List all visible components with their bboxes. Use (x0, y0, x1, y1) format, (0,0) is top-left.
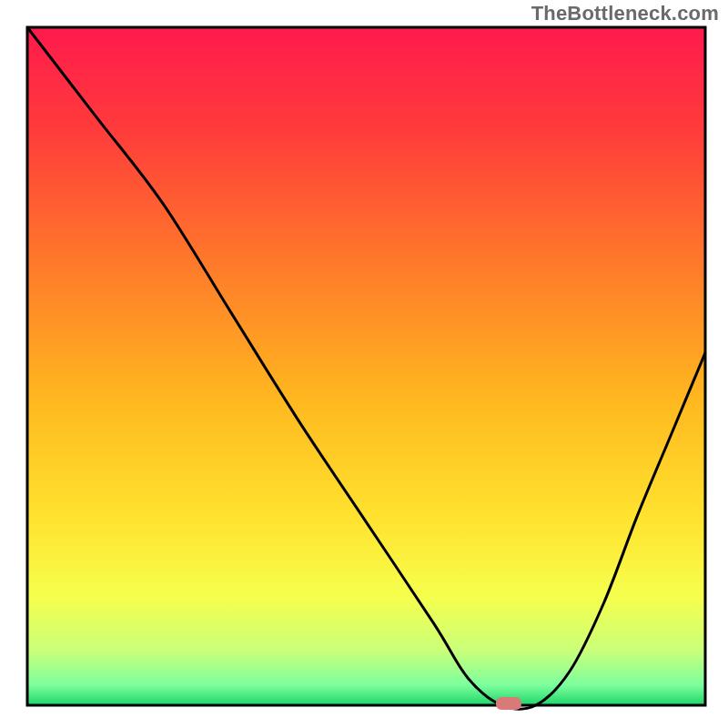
watermark-label: TheBottleneck.com (531, 2, 719, 25)
chart-container: TheBottleneck.com (0, 0, 728, 728)
optimal-point-marker (496, 697, 521, 710)
bottleneck-chart (0, 0, 728, 728)
